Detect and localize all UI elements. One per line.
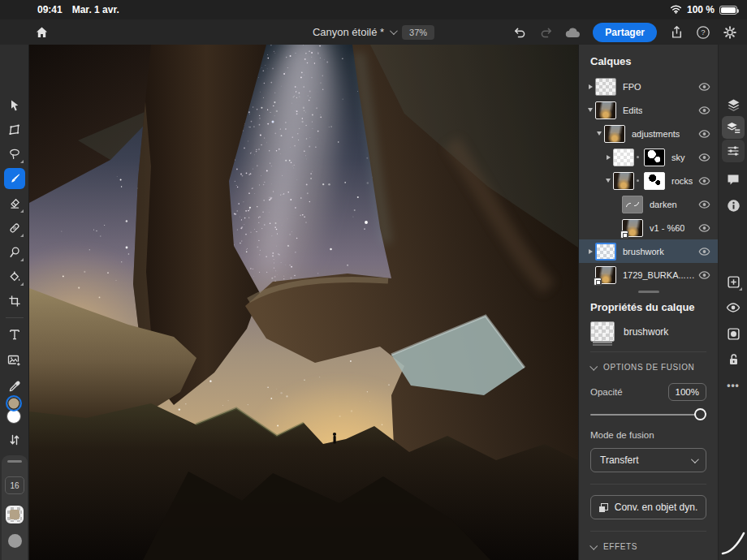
toolbar-divider (6, 317, 24, 318)
adjustments-panel-icon[interactable] (722, 140, 745, 162)
visibility-toggle[interactable] (698, 82, 710, 92)
layer-thumbnail[interactable] (595, 101, 616, 119)
redo-button[interactable] (536, 23, 557, 42)
layer-thumbnail[interactable] (622, 219, 643, 237)
type-tool[interactable] (4, 324, 25, 345)
lock-button[interactable] (722, 348, 745, 371)
layer-thumbnail[interactable] (595, 243, 616, 261)
drag-handle[interactable] (7, 460, 22, 463)
more-options-button[interactable]: ••• (2, 556, 28, 560)
share-button[interactable]: Partager (593, 23, 657, 42)
blend-mode-select[interactable]: Transfert (590, 448, 706, 472)
home-button[interactable] (31, 23, 52, 42)
export-icon[interactable] (666, 23, 687, 42)
smart-object-icon (599, 503, 608, 512)
disclosure-triangle[interactable] (585, 249, 595, 254)
move-tool[interactable] (4, 95, 25, 116)
layer-thumbnail[interactable] (595, 78, 616, 96)
tools-toolbar: 16 ••• (0, 45, 29, 560)
opacity-slider-track[interactable] (590, 414, 705, 416)
layer-row[interactable]: 1729_BURKA...anced-NR33 (579, 263, 718, 286)
layer-mask-thumbnail[interactable] (644, 172, 665, 190)
place-image-tool[interactable] (4, 350, 25, 371)
layer-mask-button[interactable] (722, 322, 745, 345)
brush-hardness-preview[interactable] (8, 534, 22, 548)
opacity-slider[interactable] (590, 407, 706, 422)
retouch-tool[interactable] (4, 242, 25, 263)
visibility-toggle[interactable] (698, 176, 710, 186)
chevron-down-icon (589, 542, 598, 550)
layer-list: FPOEditsadjustmentsskyrocksdarkenv1 - %6… (579, 75, 718, 286)
layer-visibility-button[interactable] (722, 296, 745, 319)
cloud-sync-icon[interactable] (563, 23, 584, 42)
properties-layer-thumbnail (590, 321, 615, 342)
visibility-toggle[interactable] (698, 270, 710, 280)
convert-button-label: Conv. en objet dyn. (615, 502, 698, 513)
info-icon[interactable] (722, 194, 745, 217)
layer-properties-panel: Propriétés du calque brushwork OPTIONS D… (579, 293, 718, 560)
disclosure-triangle[interactable] (603, 155, 613, 160)
brush-tool[interactable] (4, 168, 25, 189)
blend-options-header[interactable]: OPTIONS DE FUSION (590, 352, 706, 381)
visibility-toggle[interactable] (698, 106, 710, 115)
layer-properties-panel-icon[interactable] (722, 116, 745, 139)
settings-gear-icon[interactable] (719, 23, 741, 42)
svg-text:?: ? (701, 28, 705, 37)
layer-label: Edits (623, 106, 642, 115)
swap-colors-button[interactable] (4, 429, 25, 450)
layer-thumbnail[interactable] (622, 196, 643, 213)
layer-row[interactable]: adjustments (579, 122, 718, 145)
visibility-toggle[interactable] (698, 153, 710, 162)
more-panels-button[interactable]: ••• (722, 374, 745, 397)
help-button[interactable]: ? (693, 23, 714, 42)
header-toolbar: Canyon étoilé * 37% Partager ? (0, 19, 747, 45)
comments-icon[interactable] (722, 168, 745, 191)
convert-smart-object-button[interactable]: Conv. en objet dyn. (590, 495, 706, 519)
layer-row[interactable]: darken (579, 192, 718, 216)
layer-row[interactable]: rocks (579, 169, 718, 192)
layer-row[interactable]: v1 - %60 (579, 216, 718, 239)
fill-tool[interactable] (4, 266, 25, 287)
layers-panel-icon[interactable] (722, 93, 745, 116)
blend-mode-label: Mode de fusion (590, 430, 706, 440)
foreground-color-swatch[interactable] (6, 395, 22, 411)
visibility-toggle[interactable] (698, 247, 710, 256)
eyedropper-tool[interactable] (4, 376, 25, 397)
corner-gesture-indicator[interactable] (721, 531, 745, 558)
brush-color-chip (10, 510, 19, 519)
opacity-value-field[interactable]: 100% (668, 383, 706, 401)
chevron-down-icon (589, 363, 598, 371)
disclosure-triangle[interactable] (585, 84, 595, 89)
layer-thumbnail[interactable] (613, 149, 634, 166)
zoom-level-badge[interactable]: 37% (402, 25, 434, 40)
eraser-tool[interactable] (4, 193, 25, 214)
visibility-toggle[interactable] (698, 223, 710, 233)
mask-link-icon (637, 156, 639, 158)
disclosure-triangle[interactable] (603, 179, 613, 183)
undo-button[interactable] (509, 23, 530, 42)
opacity-slider-knob[interactable] (694, 408, 706, 420)
add-layer-button[interactable] (722, 270, 745, 293)
visibility-toggle[interactable] (698, 200, 710, 209)
layer-thumbnail[interactable] (604, 125, 625, 143)
layer-row[interactable]: Edits (579, 98, 718, 122)
canvas[interactable] (29, 45, 578, 560)
layer-row[interactable]: FPO (579, 75, 718, 98)
layer-label: brushwork (623, 247, 664, 256)
disclosure-triangle[interactable] (594, 131, 604, 136)
layer-thumbnail[interactable] (595, 266, 616, 284)
visibility-toggle[interactable] (698, 129, 710, 139)
brush-color-swatch[interactable] (6, 506, 24, 523)
crop-tool[interactable] (4, 291, 25, 312)
brush-size-value[interactable]: 16 (5, 476, 24, 494)
lasso-tool[interactable] (4, 144, 25, 165)
disclosure-triangle[interactable] (585, 108, 595, 112)
layer-row[interactable]: brushwork (579, 239, 718, 263)
healing-tool[interactable] (4, 218, 25, 239)
document-title[interactable]: Canyon étoilé * (313, 26, 395, 38)
layer-thumbnail[interactable] (613, 172, 634, 190)
layer-mask-thumbnail[interactable] (644, 149, 665, 166)
transform-tool[interactable] (4, 119, 25, 140)
effects-header[interactable]: EFFETS (590, 532, 706, 560)
layer-row[interactable]: sky (579, 145, 718, 169)
